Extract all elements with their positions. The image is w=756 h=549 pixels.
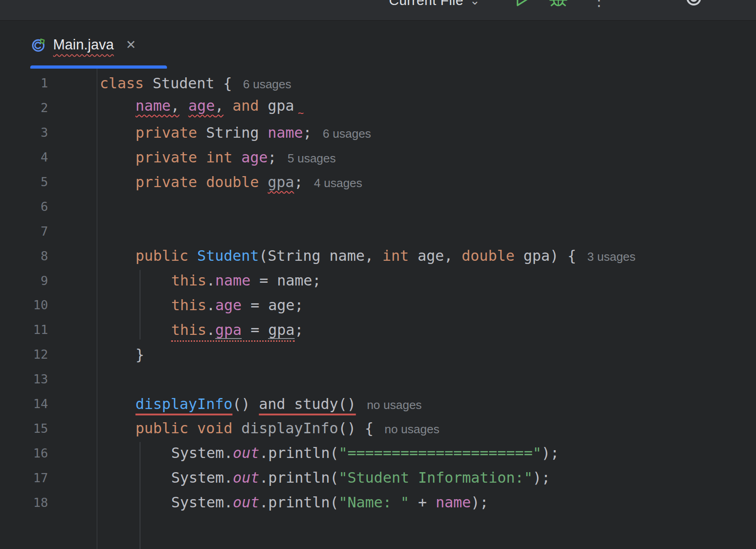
token: out xyxy=(233,494,259,511)
line-number[interactable]: 10 xyxy=(0,298,48,312)
error-underline-range: this.gpa = gpa xyxy=(171,321,295,342)
code-line[interactable]: 14displayInfo() and study()no usages xyxy=(0,392,756,416)
tab-close-icon[interactable]: ✕ xyxy=(126,38,136,52)
token: } xyxy=(135,346,144,363)
gutter-separator xyxy=(97,69,97,549)
token: , xyxy=(171,97,179,114)
usages-inlay-hint[interactable]: 5 usages xyxy=(287,151,336,165)
token: "Student Information:" xyxy=(339,469,533,486)
code-text: System.out.println("Name: " + name); xyxy=(100,494,489,511)
code-line[interactable]: 8public Student(String name, int age, do… xyxy=(0,243,756,268)
code-text: private String name;6 usages xyxy=(100,124,371,141)
code-line[interactable]: 18System.out.println("Name: " + name); xyxy=(0,490,756,515)
token: name xyxy=(268,124,303,141)
code-text: System.out.println("Student Information:… xyxy=(100,469,550,486)
code-text: public Student(String name, int age, dou… xyxy=(100,247,636,264)
bug-icon xyxy=(547,0,569,10)
settings-button[interactable] xyxy=(679,0,707,16)
line-number[interactable]: 9 xyxy=(0,274,48,288)
code-line[interactable]: 5private double gpa;4 usages xyxy=(0,170,756,194)
line-number[interactable]: 7 xyxy=(0,224,48,238)
line-number[interactable]: 11 xyxy=(0,323,48,337)
usages-inlay-hint[interactable]: 3 usages xyxy=(587,250,636,264)
code-line[interactable]: 4private int age;5 usages xyxy=(0,145,756,170)
token: private double xyxy=(135,173,268,191)
usages-inlay-hint[interactable]: 6 usages xyxy=(243,77,292,91)
token: private xyxy=(135,124,206,141)
java-class-icon xyxy=(31,37,47,53)
code-line[interactable]: 7 xyxy=(0,219,756,243)
token: ; xyxy=(295,321,303,339)
line-number[interactable]: 8 xyxy=(0,249,48,263)
token: "=====================" xyxy=(339,444,541,462)
indent-guide xyxy=(140,442,140,549)
usages-inlay-hint[interactable]: no usages xyxy=(367,398,422,412)
token: System. xyxy=(171,494,233,511)
line-number[interactable]: 3 xyxy=(0,125,48,140)
token: gpa xyxy=(259,97,294,114)
code-text: this.age = age; xyxy=(100,296,303,314)
token: , xyxy=(215,97,223,114)
token: private int xyxy=(135,149,241,166)
code-line[interactable]: 10this.age = age; xyxy=(0,293,756,318)
code-text: private int age;5 usages xyxy=(100,149,336,166)
code-line[interactable]: 16System.out.println("==================… xyxy=(0,441,756,465)
line-number[interactable]: 16 xyxy=(0,446,48,460)
code-line[interactable]: 11this.gpa = gpa; xyxy=(0,318,756,342)
code-line[interactable]: 15public void displayInfo() {no usages xyxy=(0,416,756,441)
code-line[interactable]: 1class Student {6 usages xyxy=(0,71,756,96)
token: and study() xyxy=(259,395,356,413)
line-number[interactable]: 18 xyxy=(0,495,48,510)
code-line[interactable]: 9this.name = name; xyxy=(0,268,756,293)
line-number[interactable]: 5 xyxy=(0,175,48,189)
token: ; xyxy=(303,124,312,141)
token: displayInfo xyxy=(241,420,338,437)
line-number[interactable]: 15 xyxy=(0,421,48,436)
line-number[interactable]: 12 xyxy=(0,347,48,361)
line-number[interactable]: 13 xyxy=(0,372,48,386)
usages-inlay-hint[interactable]: 4 usages xyxy=(314,176,362,190)
more-actions-button[interactable]: ⋮ xyxy=(591,0,607,9)
code-editor[interactable]: 1class Student {6 usages2name, age, and … xyxy=(0,69,756,549)
token: age, xyxy=(409,247,462,264)
token xyxy=(179,97,188,114)
token: name xyxy=(135,97,171,114)
debug-button[interactable] xyxy=(547,0,569,12)
token: this xyxy=(171,296,206,314)
code-text: this.name = name; xyxy=(100,272,321,289)
code-line[interactable]: 2name, age, and gpa~ xyxy=(0,96,756,120)
run-configuration-selector[interactable]: Current File ⌄ xyxy=(389,0,480,8)
token: public void xyxy=(135,420,241,437)
indent-guide xyxy=(140,270,140,339)
code-text: name, age, and gpa~ xyxy=(100,97,304,118)
token: .println( xyxy=(259,444,339,462)
token: this xyxy=(171,272,206,289)
code-line[interactable]: 17System.out.println("Student Informatio… xyxy=(0,465,756,490)
line-number[interactable]: 17 xyxy=(0,471,48,485)
usages-inlay-hint[interactable]: 6 usages xyxy=(323,127,371,140)
token: gpa xyxy=(268,321,295,339)
line-number[interactable]: 4 xyxy=(0,150,48,164)
token: Student xyxy=(197,247,259,264)
token: System. xyxy=(171,444,233,462)
token: displayInfo xyxy=(135,395,232,413)
line-number[interactable]: 6 xyxy=(0,199,48,214)
code-line[interactable]: 3private String name;6 usages xyxy=(0,120,756,145)
token: Student { xyxy=(153,75,232,92)
code-text: System.out.println("====================… xyxy=(100,444,559,462)
tab-main-java[interactable]: Main.java ✕ xyxy=(15,21,152,69)
code-line[interactable]: 12} xyxy=(0,342,756,367)
tab-title: Main.java xyxy=(53,37,114,53)
line-number[interactable]: 1 xyxy=(0,76,48,90)
run-button[interactable] xyxy=(512,0,532,11)
token: public xyxy=(135,247,197,264)
usages-inlay-hint[interactable]: no usages xyxy=(384,422,439,436)
token: this xyxy=(171,321,206,339)
code-line[interactable]: 6 xyxy=(0,194,756,219)
chevron-down-icon: ⌄ xyxy=(470,0,480,8)
code-text: displayInfo() and study()no usages xyxy=(100,395,422,413)
code-line[interactable]: 13 xyxy=(0,367,756,392)
line-number[interactable]: 14 xyxy=(0,397,48,411)
line-number[interactable]: 2 xyxy=(0,101,48,115)
token: age xyxy=(215,296,242,314)
